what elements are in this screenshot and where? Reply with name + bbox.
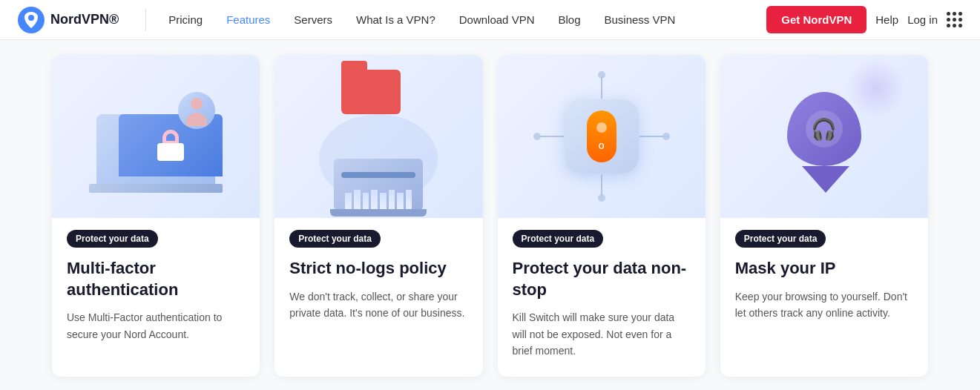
svg-point-1	[28, 15, 34, 21]
nav-link-servers[interactable]: Servers	[283, 9, 343, 30]
card-killswitch-body: Protect your data Protect your data non-…	[498, 218, 706, 377]
card-killswitch-image: O	[498, 55, 706, 218]
card-nologs-desc: We don't track, collect, or share your p…	[289, 288, 467, 322]
card-killswitch-desc: Kill Switch will make sure your data wil…	[513, 309, 691, 359]
nav-link-blog[interactable]: Blog	[547, 9, 591, 30]
card-mfa-desc: Use Multi-Factor authentication to secur…	[67, 309, 245, 343]
navbar: NordVPN® Pricing Features Servers What I…	[0, 0, 980, 40]
card-killswitch-title: Protect your data non-stop	[513, 258, 691, 300]
nav-link-business[interactable]: Business VPN	[594, 9, 686, 30]
card-nologs-body: Protect your data Strict no-logs policy …	[274, 218, 482, 339]
card-nologs-image	[274, 55, 482, 218]
card-nologs-badge: Protect your data	[289, 230, 381, 248]
card-maskip-image: 🎧	[720, 55, 928, 218]
kill-switch-device: O	[565, 99, 639, 173]
card-maskip-desc: Keep your browsing to yourself. Don't le…	[735, 288, 913, 322]
nav-divider	[145, 9, 146, 31]
apps-grid-icon[interactable]	[947, 12, 962, 27]
logo[interactable]: NordVPN®	[18, 7, 119, 33]
nav-link-pricing[interactable]: Pricing	[158, 9, 213, 30]
card-maskip-body: Protect your data Mask your IP Keep your…	[720, 218, 928, 339]
nav-link-what-is-vpn[interactable]: What Is a VPN?	[346, 9, 446, 30]
nav-link-features[interactable]: Features	[216, 9, 280, 30]
card-mfa-title: Multi-factor authentication	[67, 258, 245, 300]
card-maskip-badge: Protect your data	[735, 230, 826, 248]
card-maskip-title: Mask your IP	[735, 258, 913, 280]
card-mfa: Protect your data Multi-factor authentic…	[52, 55, 260, 377]
card-mfa-badge: Protect your data	[67, 230, 158, 248]
cards-grid: Protect your data Multi-factor authentic…	[52, 40, 928, 377]
main-content: Protect your data Multi-factor authentic…	[0, 40, 980, 390]
help-link[interactable]: Help	[875, 13, 898, 26]
get-nordvpn-button[interactable]: Get NordVPN	[766, 6, 866, 33]
card-killswitch: O Protect your data Protect your data no…	[498, 55, 706, 377]
card-nologs-title: Strict no-logs policy	[289, 258, 467, 280]
login-link[interactable]: Log in	[907, 13, 938, 26]
card-mfa-body: Protect your data Multi-factor authentic…	[52, 218, 260, 360]
logo-text: NordVPN®	[50, 12, 119, 27]
card-nologs: Protect your data Strict no-logs policy …	[274, 55, 482, 377]
card-maskip: 🎧 Protect your data Mask your IP Keep yo…	[720, 55, 928, 377]
card-mfa-image	[52, 55, 260, 218]
card-killswitch-badge: Protect your data	[513, 230, 604, 248]
headphone-icon: 🎧	[811, 117, 837, 142]
nav-links: Pricing Features Servers What Is a VPN? …	[158, 9, 766, 30]
nav-right: Get NordVPN Help Log in	[766, 6, 962, 33]
nav-link-download[interactable]: Download VPN	[449, 9, 545, 30]
